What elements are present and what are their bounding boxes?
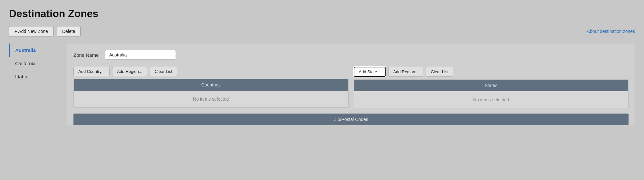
- clear-list-countries-button[interactable]: Clear List: [150, 67, 177, 76]
- zip-section: Zip/Postal Codes: [73, 114, 629, 125]
- zip-header: Zip/Postal Codes: [73, 114, 629, 125]
- sidebar-item-california[interactable]: California: [9, 57, 67, 70]
- add-new-zone-button[interactable]: + Add New Zone: [9, 26, 53, 36]
- states-header: States: [354, 80, 629, 91]
- countries-body: No items selected: [74, 91, 348, 107]
- countries-empty-text: No items selected: [193, 96, 229, 102]
- tables-section: Add Country... Add Region... Clear List …: [73, 67, 629, 108]
- content-area: Zone Name Add Country... Add Region... C…: [67, 44, 635, 125]
- delete-button[interactable]: Delete: [57, 26, 81, 36]
- toolbar: + Add New Zone Delete About destination …: [9, 26, 635, 36]
- zone-name-input[interactable]: [105, 50, 176, 60]
- countries-buttons: Add Country... Add Region... Clear List: [73, 67, 349, 76]
- toolbar-left: + Add New Zone Delete: [9, 26, 81, 36]
- states-block: Add State... Add Region... Clear List St…: [354, 67, 629, 108]
- zone-name-row: Zone Name: [73, 50, 629, 60]
- page-container: Destination Zones + Add New Zone Delete …: [0, 0, 644, 132]
- states-empty-text: No items selected: [473, 97, 509, 102]
- sidebar-item-australia[interactable]: Australia: [9, 44, 67, 57]
- add-region-countries-button[interactable]: Add Region...: [112, 67, 147, 76]
- clear-list-states-button[interactable]: Clear List: [426, 67, 453, 77]
- states-table: States No items selected: [354, 79, 629, 108]
- states-body: No items selected: [354, 91, 629, 108]
- states-buttons: Add State... Add Region... Clear List: [354, 67, 629, 77]
- zone-name-label: Zone Name: [73, 52, 99, 58]
- about-link[interactable]: About destination zones: [587, 29, 635, 34]
- page-title: Destination Zones: [9, 8, 635, 20]
- countries-block: Add Country... Add Region... Clear List …: [73, 67, 349, 108]
- countries-table: Countries No items selected: [73, 79, 349, 108]
- countries-header: Countries: [74, 79, 348, 91]
- sidebar-item-idaho[interactable]: Idaho: [9, 70, 67, 83]
- main-layout: Australia California Idaho Zone Name Add…: [9, 44, 635, 125]
- add-state-button[interactable]: Add State...: [354, 67, 386, 77]
- sidebar: Australia California Idaho: [9, 44, 67, 125]
- add-region-states-button[interactable]: Add Region...: [388, 67, 423, 77]
- add-country-button[interactable]: Add Country...: [73, 67, 110, 76]
